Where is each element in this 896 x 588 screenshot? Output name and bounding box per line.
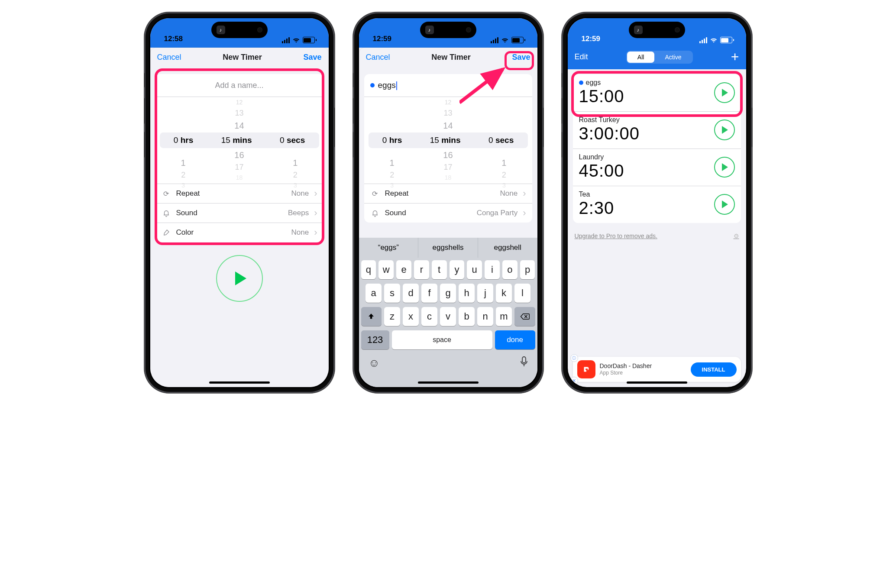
ad-close-icon[interactable]: ✕ <box>570 377 578 384</box>
key-z[interactable]: z <box>384 307 400 326</box>
sound-row[interactable]: Sound Beeps › <box>155 203 323 223</box>
key-q[interactable]: q <box>361 260 376 279</box>
key-h[interactable]: h <box>459 284 475 303</box>
key-d[interactable]: d <box>403 284 419 303</box>
keyboard[interactable]: “eggs” eggshells eggshell qwertyuiop asd… <box>359 238 537 387</box>
svg-rect-0 <box>522 357 526 363</box>
key-x[interactable]: x <box>403 307 419 326</box>
key-r[interactable]: r <box>414 260 429 279</box>
timer-name: Laundry <box>579 153 714 161</box>
space-key[interactable]: space <box>392 330 492 349</box>
color-dot-icon <box>579 81 583 85</box>
save-button[interactable]: Save <box>512 53 530 62</box>
key-a[interactable]: a <box>366 284 382 303</box>
status-time: 12:59 <box>582 35 612 43</box>
key-w[interactable]: w <box>378 260 394 279</box>
repeat-icon: ⟳ <box>162 190 171 198</box>
play-timer-button[interactable] <box>714 120 735 140</box>
ad-install-button[interactable]: INSTALL <box>691 362 737 377</box>
add-timer-button[interactable]: + <box>731 49 739 65</box>
key-b[interactable]: b <box>459 307 475 326</box>
key-p[interactable]: p <box>520 260 535 279</box>
shift-key[interactable] <box>361 307 382 326</box>
key-e[interactable]: e <box>396 260 411 279</box>
timer-name: eggs <box>579 79 714 87</box>
new-timer-sheet: Cancel New Timer Save Add a name... 123 … <box>150 48 329 387</box>
done-key[interactable]: done <box>495 330 535 349</box>
dictation-key[interactable] <box>520 356 528 370</box>
play-icon <box>722 163 728 171</box>
cellular-bars-icon <box>699 37 707 43</box>
play-timer-button[interactable] <box>714 82 735 103</box>
status-time: 12:58 <box>164 35 194 43</box>
key-c[interactable]: c <box>421 307 437 326</box>
backspace-key[interactable] <box>514 307 535 326</box>
seg-all[interactable]: All <box>627 52 655 63</box>
name-placeholder: Add a name... <box>215 81 263 90</box>
suggestion[interactable]: eggshells <box>418 238 478 258</box>
key-i[interactable]: i <box>485 260 500 279</box>
suggestion[interactable]: “eggs” <box>359 238 419 258</box>
seg-active[interactable]: Active <box>654 52 692 63</box>
key-f[interactable]: f <box>421 284 437 303</box>
cellular-bars-icon <box>491 37 498 43</box>
timer-time: 2:30 <box>579 198 714 218</box>
timer-time: 45:00 <box>579 161 714 181</box>
start-timer-button[interactable] <box>216 255 263 302</box>
picker-selected-row: 0 hrs 15 mins 0 secs <box>369 132 528 148</box>
play-timer-button[interactable] <box>714 157 735 178</box>
timer-config-card: Add a name... 123 121314161718 123 0 hrs… <box>155 74 323 242</box>
save-button[interactable]: Save <box>303 53 321 62</box>
settings-gear-icon[interactable]: ⚙ <box>734 233 739 239</box>
key-l[interactable]: l <box>514 284 530 303</box>
key-u[interactable]: u <box>467 260 482 279</box>
picker-selected-row: 0 hrs 15 mins 0 secs <box>160 132 319 148</box>
timer-row[interactable]: Tea2:30 <box>573 186 741 223</box>
segmented-control[interactable]: All Active <box>626 51 693 64</box>
numeric-key[interactable]: 123 <box>361 330 389 349</box>
suggestion[interactable]: eggshell <box>478 238 537 258</box>
ad-app-icon <box>577 360 595 378</box>
play-icon <box>722 200 728 208</box>
key-n[interactable]: n <box>477 307 493 326</box>
emoji-key[interactable]: ☺ <box>369 356 380 370</box>
home-indicator[interactable] <box>418 381 479 384</box>
key-t[interactable]: t <box>432 260 447 279</box>
key-j[interactable]: j <box>477 284 493 303</box>
keyboard-suggestions[interactable]: “eggs” eggshells eggshell <box>359 238 537 258</box>
play-timer-button[interactable] <box>714 194 735 215</box>
ad-info-icon[interactable]: ⓘ <box>570 354 578 362</box>
timer-time: 15:00 <box>579 87 714 106</box>
color-row[interactable]: Color None › <box>155 223 323 242</box>
battery-icon <box>720 37 734 43</box>
bell-icon <box>162 209 171 217</box>
timer-row[interactable]: eggs15:00 <box>573 74 741 112</box>
play-icon <box>722 126 728 134</box>
home-indicator[interactable] <box>627 381 687 384</box>
timer-row[interactable]: Laundry45:00 <box>573 149 741 186</box>
cancel-button[interactable]: Cancel <box>157 53 181 62</box>
timer-time: 3:00:00 <box>579 124 714 143</box>
key-k[interactable]: k <box>496 284 512 303</box>
key-v[interactable]: v <box>440 307 456 326</box>
upgrade-link[interactable]: Upgrade to Pro to remove ads. <box>575 233 657 239</box>
cancel-button[interactable]: Cancel <box>366 53 390 62</box>
ad-banner[interactable]: ⓘ ✕ DoorDash - Dasher App Store INSTALL <box>573 357 741 382</box>
sheet-title: New Timer <box>223 53 262 62</box>
timer-row[interactable]: Roast Turkey3:00:00 <box>573 112 741 149</box>
edit-button[interactable]: Edit <box>575 52 588 61</box>
play-icon <box>722 89 728 97</box>
color-dot-icon <box>370 83 375 87</box>
key-s[interactable]: s <box>384 284 400 303</box>
bell-icon <box>370 209 380 217</box>
key-g[interactable]: g <box>440 284 456 303</box>
key-o[interactable]: o <box>502 260 518 279</box>
battery-icon <box>303 37 317 43</box>
duration-picker[interactable]: 123 121314161718 123 0 hrs 15 mins 0 sec… <box>364 97 532 184</box>
paintbrush-icon <box>162 229 171 236</box>
duration-picker[interactable]: 123 121314161718 123 0 hrs 15 mins 0 sec… <box>155 97 323 184</box>
home-indicator[interactable] <box>209 381 270 384</box>
sound-row[interactable]: Sound Conga Party › <box>364 203 532 223</box>
key-m[interactable]: m <box>496 307 512 326</box>
key-y[interactable]: y <box>450 260 465 279</box>
